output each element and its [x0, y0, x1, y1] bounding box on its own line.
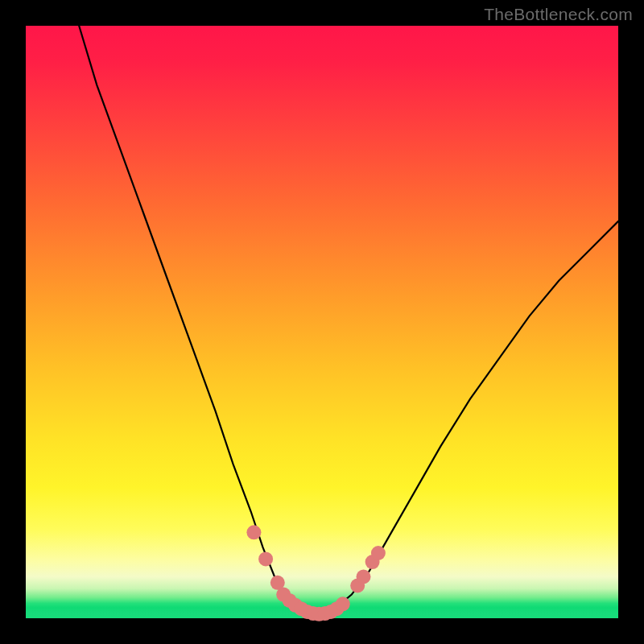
chart-svg: [26, 26, 618, 618]
highlighted-points: [246, 525, 386, 621]
watermark-text: TheBottleneck.com: [484, 5, 633, 24]
marker-point: [258, 551, 273, 566]
marker-point: [246, 525, 261, 539]
marker-point: [371, 546, 386, 560]
marker-point: [357, 570, 371, 584]
marker-point: [336, 597, 350, 611]
bottleneck-curve: [79, 26, 618, 615]
chart-frame: TheBottleneck.com: [0, 0, 644, 644]
